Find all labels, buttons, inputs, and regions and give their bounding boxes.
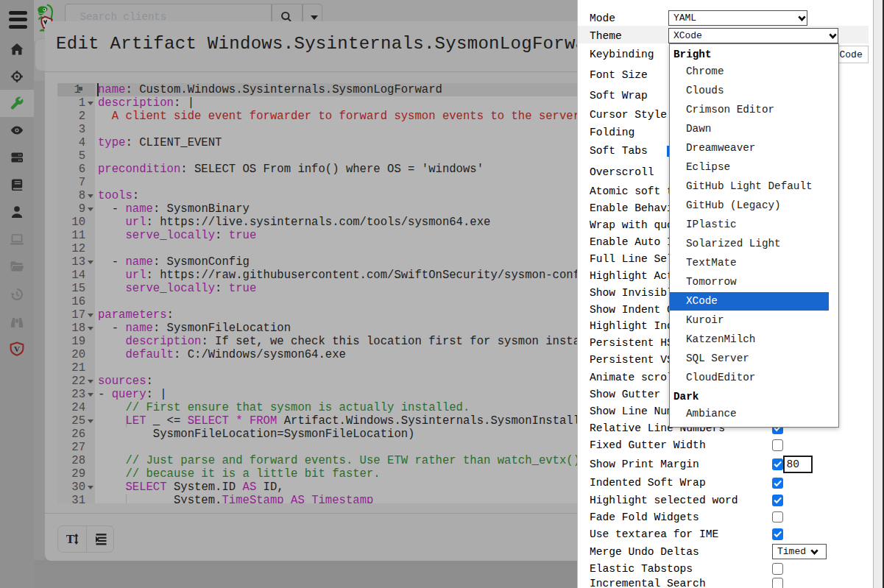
svg-text:T: T bbox=[66, 534, 75, 545]
svg-text:V: V bbox=[14, 344, 20, 353]
